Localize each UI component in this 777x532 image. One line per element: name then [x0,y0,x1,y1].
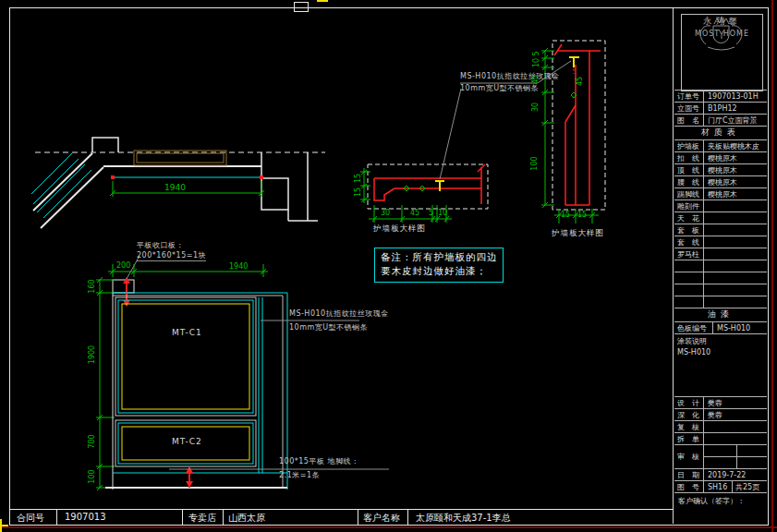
customer-confirm-cell: 客户确认（签字）： [674,492,767,524]
panel-label-mtc1: MT-C1 [172,329,202,337]
deepen-value: 樊蓉 [704,409,767,420]
material-row: 腰 线樱桃原木 [674,175,767,187]
store-label: 专卖店 [183,510,224,525]
order-value: 1907013-01H [704,91,767,102]
detail-h-dim-30: 30 [381,210,390,217]
viewport-marker [294,2,309,12]
material-row: 天 花 [674,212,767,224]
material-value [704,200,767,212]
detail-v-dim-45: 45 [532,75,540,84]
material-value: 樱桃原木 [704,176,767,187]
elevation-no-value: B1PH12 [704,103,767,114]
material-row: 踢脚线樱桃原木 [674,187,767,200]
yellow-tick-corner-h [0,525,8,526]
material-label: 顶 线 [674,164,704,175]
material-row [674,272,767,284]
customer-confirm-label: 客户确认（签字）： [678,497,745,505]
detail-v-dim-10: 10 [533,58,540,67]
elev-dim-200: 200 [116,262,130,270]
material-value [704,272,767,284]
sheet-pages: 共25页 [733,481,767,492]
material-label: 护墙板 [674,140,704,151]
coating-value: MS-H010 [677,348,767,357]
material-value: 樱桃原木 [704,152,767,163]
bottom-bar: 合同号 1907013 专卖店 山西太原 客户名称 太原颐和天成37-1李总 [10,509,673,525]
detail-v-dim-100: 100 [531,156,539,170]
material-label [674,284,704,296]
material-label: 雕刻件 [674,200,704,212]
material-label: 套 板 [674,224,704,236]
design-value: 樊蓉 [704,397,767,408]
crest-icon [682,15,760,52]
material-label: 罗马柱 [674,248,704,260]
audit-value [704,445,767,468]
yellow-tick-top [317,0,328,2]
material-row: 套 板 [674,224,767,236]
deepen-row: 深 化 樊蓉 [674,408,767,420]
detail-h-dim-15b: 15 [355,187,362,197]
material-value [704,224,767,236]
elev-dim-1900: 1900 [89,345,96,364]
sheet-no-value: SH16 [704,481,733,492]
material-label [674,272,704,284]
company-logo: 永翔馨 MOST HOME [681,14,763,91]
audit-label: 审 核 [674,445,704,468]
material-value [704,284,767,296]
color-code-value: MS-H010 [713,322,767,333]
material-row: 扣 线樱桃原木 [674,151,767,163]
material-row: 雕刻件 [674,200,767,212]
detail-v-dim-15b: 15 [577,212,587,219]
stainless-note-line1: MS-H010抗指纹拉丝玫瑰金 [460,73,560,80]
split-label: 拆 单 [674,433,704,444]
material-row: 护墙板夹板贴樱桃木皮 [674,139,767,151]
order-label: 订单号 [674,91,704,102]
material-label: 天 花 [674,212,704,224]
material-value [704,236,767,248]
color-code-label: 色板编号 [674,322,713,333]
color-code-row: 色板编号 MS-H010 [674,321,767,333]
remark-line1: 备注：所有护墙板的四边 [381,250,503,264]
detail-h-dim-10: 10 [438,210,447,217]
drawing-name-value: 门厅C立面背景 [704,115,767,126]
sheet-no-row: 图 号 SH16 共25页 [674,480,767,492]
drawing-name-row: 图 名 门厅C立面背景 [674,114,767,126]
remark-box: 备注：所有护墙板的四边 要木皮封边做好油漆； [374,248,504,283]
detail-h-dim-5: 5 [429,210,433,217]
material-label: 踢脚线 [674,188,704,200]
cad-sheet: 1940 MS-H010抗指纹拉丝玫瑰金 10mm宽U型不锈钢条 30 45 5… [0,0,777,532]
review-label: 复 核 [674,421,704,432]
date-row: 日 期 2019-7-22 [674,468,767,480]
title-block: 永翔馨 MOST HOME 订单号 1907013-01H 立面号 B1PH12… [673,8,768,524]
material-row [674,284,767,296]
material-value [704,248,767,260]
material-row: 套 线 [674,236,767,248]
elev-dim-700: 700 [89,434,96,448]
detail-h-title: 护墙板大样图 [373,224,426,233]
design-label: 设 计 [674,397,704,408]
paper-edge-bottom [0,526,777,528]
elev-dim-1940: 1940 [229,263,248,271]
drawing-name-label: 图 名 [674,115,704,126]
sheet-no-label: 图 号 [674,481,704,492]
stainless-note2-line1: MS-H010抗指纹拉丝玫瑰金 [289,310,389,318]
detail-h-dim-45: 45 [410,210,419,217]
material-row [674,296,767,308]
elev-dim-160: 160 [89,279,96,293]
material-label [674,260,704,272]
date-value: 2019-7-22 [704,469,767,480]
review-value [704,421,767,432]
material-value: 樱桃原木 [704,188,767,200]
coating-label: 涂装说明 [677,336,767,346]
panel-label-mtc2: MT-C2 [172,438,202,446]
material-table-header: 材质表 [674,126,767,139]
split-row: 拆 单 [674,432,767,444]
skirting-note-line2: 2.1米=1条 [279,472,320,479]
stainless-note-line2: 10mm宽U型不锈钢条 [460,85,539,92]
title-block-table: 订单号 1907013-01H 立面号 B1PH12 图 名 门厅C立面背景 材… [674,90,767,524]
material-row: 罗马柱 [674,248,767,260]
detail-v-dim-5: 5 [533,51,540,55]
design-row: 设 计 樊蓉 [674,396,767,408]
paint-header: 油漆 [674,308,767,321]
remark-line2: 要木皮封边做好油漆； [381,264,503,278]
detail-v-dim-30: 30 [532,103,540,112]
